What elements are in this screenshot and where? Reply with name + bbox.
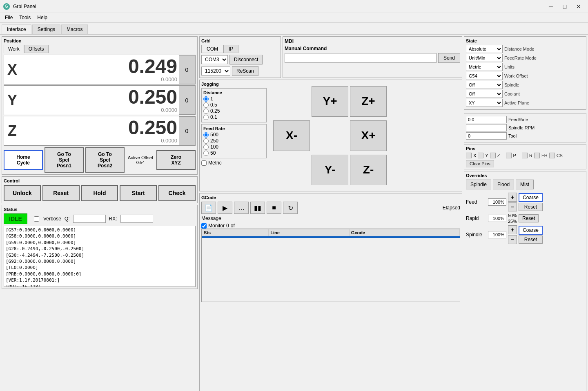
home-cycle-button[interactable]: HomeCycle — [4, 150, 43, 170]
feedrate-radio-100[interactable] — [203, 144, 209, 150]
spindle-pct-input[interactable] — [488, 231, 506, 238]
spindle-minus-button[interactable]: − — [508, 235, 517, 244]
start-button[interactable]: Start — [120, 185, 157, 201]
log-line: [VER:1.1f.20170801:] — [6, 277, 194, 283]
gcode-new-button[interactable]: 📄 — [201, 202, 216, 214]
spindle-rpm-input[interactable] — [466, 124, 507, 131]
menu-help[interactable]: Help — [34, 14, 51, 22]
verbose-checkbox[interactable] — [34, 216, 39, 222]
feed-coarse-button[interactable]: Coarse — [519, 193, 543, 202]
rapid-pct-input[interactable] — [488, 215, 506, 222]
grbl-tab-ip[interactable]: IP — [223, 45, 238, 53]
active-plane-select[interactable]: XYXZYZ — [466, 99, 503, 107]
spindle-reset-button[interactable]: Reset — [519, 235, 543, 244]
reset-button[interactable]: Reset — [42, 185, 80, 201]
active-plane-label: Active Plane — [504, 100, 529, 105]
jog-z-minus-button[interactable]: Z- — [350, 155, 387, 185]
tab-macros[interactable]: Macros — [61, 24, 88, 34]
q-input[interactable] — [73, 215, 106, 223]
pin-box-z — [490, 153, 496, 158]
zero-xyz-button[interactable]: ZeroXYZ — [156, 150, 196, 170]
tool-input[interactable] — [466, 132, 507, 140]
mdi-send-button[interactable]: Send — [438, 53, 460, 63]
feed-minus-button[interactable]: − — [508, 202, 517, 211]
feedrate-radio-50[interactable] — [203, 151, 209, 156]
tab-interface[interactable]: Interface — [2, 24, 31, 34]
gcode-stop-button[interactable]: ■ — [267, 202, 281, 214]
x-zero-button[interactable]: 0 — [179, 55, 195, 84]
check-button[interactable]: Check — [158, 185, 196, 201]
y-axis-value-container: 0.250 0.0000 — [20, 86, 179, 115]
override-flood-button[interactable]: Flood — [493, 180, 514, 189]
com-port-select[interactable]: COM3COM1COM2 — [201, 55, 228, 64]
jog-z-plus-button[interactable]: Z+ — [350, 86, 387, 117]
distance-mode-select[interactable]: AbsoluteIncremental — [466, 45, 503, 53]
gcode-pause-button[interactable]: ▮▮ — [250, 202, 265, 214]
jog-x-plus-button[interactable]: X+ — [350, 120, 387, 151]
control-buttons: Unlock Reset Hold Start Check — [4, 185, 196, 201]
pin-box-p — [506, 153, 512, 158]
z-zero-button[interactable]: 0 — [179, 116, 195, 145]
grbl-tabs: COM IP — [201, 45, 279, 53]
gcode-step-button[interactable]: … — [234, 202, 249, 214]
rx-input[interactable] — [120, 215, 153, 223]
override-mist-button[interactable]: Mist — [516, 180, 534, 189]
rapid-pct-labels: 50% 25% — [508, 213, 517, 224]
distance-radio-01[interactable] — [203, 115, 209, 120]
minimize-button[interactable]: ─ — [545, 2, 557, 11]
disconnect-button[interactable]: Disconnect — [229, 55, 263, 64]
jog-y-minus-button[interactable]: Y- — [312, 155, 348, 185]
jog-controls: Jogging Distance 1 0.5 0.25 — [201, 82, 267, 189]
tab-settings[interactable]: Settings — [32, 24, 60, 34]
go-to-posn1-button[interactable]: Go ToSpclPosn1 — [45, 147, 84, 173]
metric-checkbox[interactable] — [201, 160, 207, 166]
mdi-input[interactable] — [285, 53, 437, 63]
status-section: Status IDLE Verbose Q: RX: [G57:0.0000,0… — [2, 205, 198, 289]
rescan-button[interactable]: ReScan — [232, 66, 258, 76]
pos-tab-offsets[interactable]: Offsets — [24, 45, 49, 53]
baud-rate-select[interactable]: 115200960057600 — [201, 67, 230, 76]
distance-radio-05[interactable] — [203, 102, 209, 108]
feedrate-mode-select[interactable]: Unit/MinInv. Time — [466, 54, 503, 62]
feedrate-radio-250[interactable] — [203, 138, 209, 144]
restore-button[interactable]: □ — [559, 2, 571, 11]
feedrate-value-input[interactable] — [466, 116, 507, 123]
feedrate-250: 250 — [203, 138, 265, 144]
work-offset-select[interactable]: G54G55G56G57G58G59 — [466, 72, 503, 80]
feed-pct-input[interactable] — [488, 198, 506, 206]
state-row-1: Unit/MinInv. Time FeedRate Mode — [466, 54, 584, 62]
coolant-select[interactable]: OffOn — [466, 90, 503, 98]
rapid-reset-button[interactable]: Reset — [519, 214, 539, 222]
clear-pins-button[interactable]: Clear Pins — [466, 160, 494, 167]
close-button[interactable]: ✕ — [572, 2, 585, 11]
go-to-posn2-button[interactable]: Go ToSpclPosn2 — [85, 147, 125, 173]
spindle-plus-button[interactable]: + — [508, 225, 517, 234]
menu-file[interactable]: File — [2, 14, 16, 22]
unlock-button[interactable]: Unlock — [4, 185, 41, 201]
log-line: [OPT:,15,128] — [6, 284, 194, 287]
jog-y-plus-button[interactable]: Y+ — [312, 86, 348, 117]
position-panel: Position Work Offsets X 0.249 0.0000 0 Y… — [2, 36, 198, 175]
feedrate-radio-500[interactable] — [203, 132, 209, 138]
menu-tools[interactable]: Tools — [16, 14, 34, 22]
spindle-select[interactable]: OffOn — [466, 81, 503, 89]
grbl-tab-com[interactable]: COM — [201, 45, 223, 53]
gcode-play-button[interactable]: ▶ — [218, 202, 232, 214]
spindle-coarse-button[interactable]: Coarse — [519, 226, 543, 235]
grbl-section: Grbl COM IP COM3COM1COM2 Disconnect 1152… — [199, 36, 281, 78]
z-axis-value-container: 0.250 0.0000 — [20, 116, 179, 145]
feed-reset-button[interactable]: Reset — [519, 203, 543, 211]
distance-radio-1[interactable] — [203, 96, 209, 102]
distance-radio-025[interactable] — [203, 109, 209, 114]
jog-x-minus-button[interactable]: X- — [273, 120, 310, 151]
feed-plus-button[interactable]: + — [508, 193, 517, 202]
hold-button[interactable]: Hold — [81, 185, 118, 201]
gcode-row-selected[interactable] — [202, 236, 460, 238]
pos-tab-work[interactable]: Work — [4, 45, 24, 53]
feed-coarse-reset: Coarse Reset — [519, 193, 543, 211]
gcode-rewind-button[interactable]: ↻ — [283, 202, 298, 214]
override-spindle-button[interactable]: Spindle — [466, 180, 491, 189]
y-zero-button[interactable]: 0 — [179, 86, 195, 115]
units-select[interactable]: MetricInches — [466, 63, 503, 71]
monitor-checkbox[interactable] — [201, 223, 207, 229]
